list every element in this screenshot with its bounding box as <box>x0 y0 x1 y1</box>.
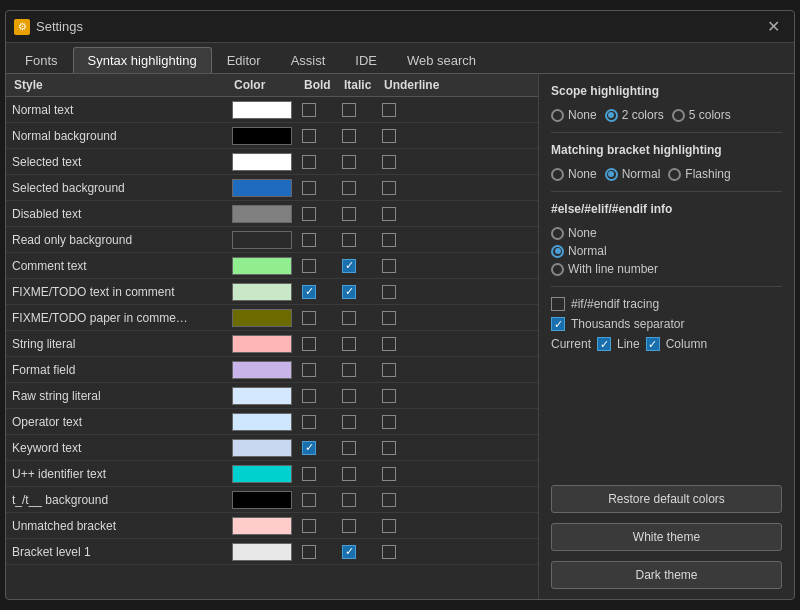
color-swatch[interactable] <box>232 439 292 457</box>
bold-checkbox[interactable] <box>302 415 316 429</box>
underline-checkbox[interactable] <box>382 181 396 195</box>
italic-checkbox[interactable] <box>342 181 356 195</box>
color-swatch[interactable] <box>232 153 292 171</box>
color-swatch[interactable] <box>232 257 292 275</box>
line-checkbox[interactable]: ✓ <box>597 337 611 351</box>
radio-label: None <box>568 167 597 181</box>
underline-checkbox[interactable] <box>382 259 396 273</box>
bold-checkbox[interactable] <box>302 337 316 351</box>
dark-theme-button[interactable]: Dark theme <box>551 561 782 589</box>
underline-checkbox[interactable] <box>382 103 396 117</box>
bold-checkbox[interactable] <box>302 363 316 377</box>
italic-checkbox[interactable] <box>342 441 356 455</box>
italic-checkbox[interactable] <box>342 519 356 533</box>
color-swatch[interactable] <box>232 387 292 405</box>
bold-checkbox[interactable] <box>302 129 316 143</box>
tab-syntax-highlighting[interactable]: Syntax highlighting <box>73 47 212 73</box>
underline-checkbox[interactable] <box>382 493 396 507</box>
italic-checkbox[interactable] <box>342 363 356 377</box>
tab-fonts[interactable]: Fonts <box>10 47 73 73</box>
underline-checkbox[interactable] <box>382 519 396 533</box>
underline-checkbox[interactable] <box>382 233 396 247</box>
white-theme-button[interactable]: White theme <box>551 523 782 551</box>
italic-checkbox[interactable] <box>342 389 356 403</box>
color-swatch[interactable] <box>232 231 292 249</box>
italic-checkbox[interactable] <box>342 493 356 507</box>
color-swatch[interactable] <box>232 335 292 353</box>
underline-checkbox[interactable] <box>382 389 396 403</box>
column-checkbox[interactable]: ✓ <box>646 337 660 351</box>
underline-checkbox[interactable] <box>382 285 396 299</box>
underline-checkbox[interactable] <box>382 311 396 325</box>
bold-checkbox[interactable] <box>302 545 316 559</box>
italic-checkbox[interactable]: ✓ <box>342 259 356 273</box>
color-swatch[interactable] <box>232 283 292 301</box>
radio-item-normal[interactable]: Normal <box>551 244 607 258</box>
color-swatch[interactable] <box>232 491 292 509</box>
underline-checkbox[interactable] <box>382 155 396 169</box>
radio-item-2-colors[interactable]: 2 colors <box>605 108 664 122</box>
underline-checkbox[interactable] <box>382 467 396 481</box>
radio-item-flashing[interactable]: Flashing <box>668 167 730 181</box>
color-swatch[interactable] <box>232 179 292 197</box>
bold-checkbox[interactable] <box>302 181 316 195</box>
radio-item-5-colors[interactable]: 5 colors <box>672 108 731 122</box>
bold-checkbox[interactable] <box>302 467 316 481</box>
bold-checkbox[interactable] <box>302 155 316 169</box>
close-button[interactable]: ✕ <box>761 15 786 38</box>
radio-item-none[interactable]: None <box>551 108 597 122</box>
bold-checkbox[interactable] <box>302 259 316 273</box>
underline-checkbox[interactable] <box>382 363 396 377</box>
tab-assist[interactable]: Assist <box>276 47 341 73</box>
radio-item-with-line-number[interactable]: With line number <box>551 262 658 276</box>
bold-checkbox[interactable] <box>302 207 316 221</box>
thousands-checkbox[interactable]: ✓ <box>551 317 565 331</box>
tab-editor[interactable]: Editor <box>212 47 276 73</box>
color-swatch[interactable] <box>232 465 292 483</box>
italic-checkbox[interactable] <box>342 207 356 221</box>
italic-checkbox[interactable] <box>342 155 356 169</box>
italic-checkbox[interactable] <box>342 337 356 351</box>
if-tracing-row[interactable]: #if/#endif tracing <box>551 297 782 311</box>
tab-web-search[interactable]: Web search <box>392 47 491 73</box>
radio-item-normal[interactable]: Normal <box>605 167 661 181</box>
italic-checkbox[interactable]: ✓ <box>342 285 356 299</box>
bold-checkbox[interactable]: ✓ <box>302 285 316 299</box>
italic-checkbox[interactable] <box>342 233 356 247</box>
underline-checkbox[interactable] <box>382 441 396 455</box>
radio-item-none[interactable]: None <box>551 167 597 181</box>
color-swatch[interactable] <box>232 543 292 561</box>
color-swatch[interactable] <box>232 361 292 379</box>
color-swatch[interactable] <box>232 413 292 431</box>
underline-checkbox[interactable] <box>382 545 396 559</box>
italic-checkbox[interactable] <box>342 103 356 117</box>
window-title: Settings <box>36 19 761 34</box>
bold-checkbox[interactable] <box>302 389 316 403</box>
bold-checkbox[interactable] <box>302 519 316 533</box>
bold-checkbox[interactable] <box>302 103 316 117</box>
tab-ide[interactable]: IDE <box>340 47 392 73</box>
italic-checkbox[interactable] <box>342 129 356 143</box>
color-swatch[interactable] <box>232 309 292 327</box>
color-swatch[interactable] <box>232 101 292 119</box>
underline-checkbox[interactable] <box>382 337 396 351</box>
bold-checkbox[interactable]: ✓ <box>302 441 316 455</box>
color-swatch[interactable] <box>232 127 292 145</box>
bold-checkbox[interactable] <box>302 311 316 325</box>
bold-checkbox[interactable] <box>302 493 316 507</box>
thousands-row[interactable]: ✓ Thousands separator <box>551 317 782 331</box>
underline-checkbox[interactable] <box>382 415 396 429</box>
bold-checkbox[interactable] <box>302 233 316 247</box>
italic-checkbox[interactable] <box>342 467 356 481</box>
restore-default-colors-button[interactable]: Restore default colors <box>551 485 782 513</box>
color-swatch[interactable] <box>232 205 292 223</box>
radio-item-none[interactable]: None <box>551 226 597 240</box>
if-tracing-checkbox[interactable] <box>551 297 565 311</box>
italic-checkbox[interactable]: ✓ <box>342 545 356 559</box>
table-row: Keyword text✓ <box>6 435 538 461</box>
underline-checkbox[interactable] <box>382 129 396 143</box>
underline-checkbox[interactable] <box>382 207 396 221</box>
color-swatch[interactable] <box>232 517 292 535</box>
italic-checkbox[interactable] <box>342 311 356 325</box>
italic-checkbox[interactable] <box>342 415 356 429</box>
